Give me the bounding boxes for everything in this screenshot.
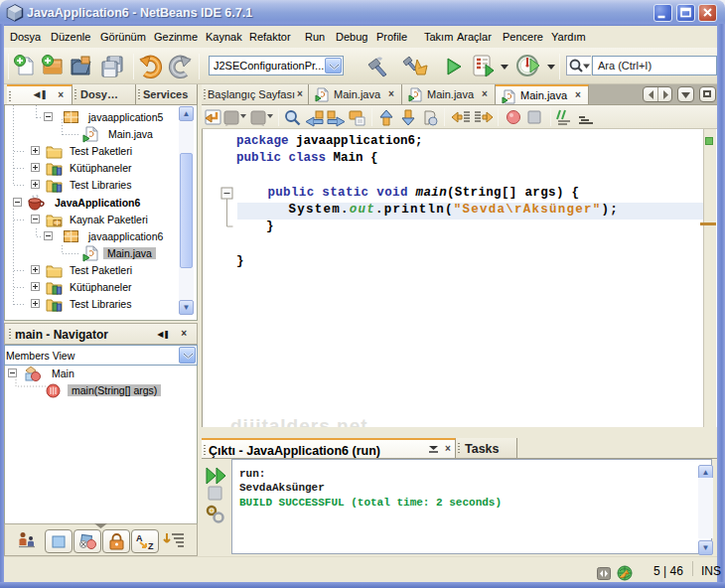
svg-text:Z: Z — [148, 541, 154, 551]
svg-text:A: A — [136, 533, 143, 543]
